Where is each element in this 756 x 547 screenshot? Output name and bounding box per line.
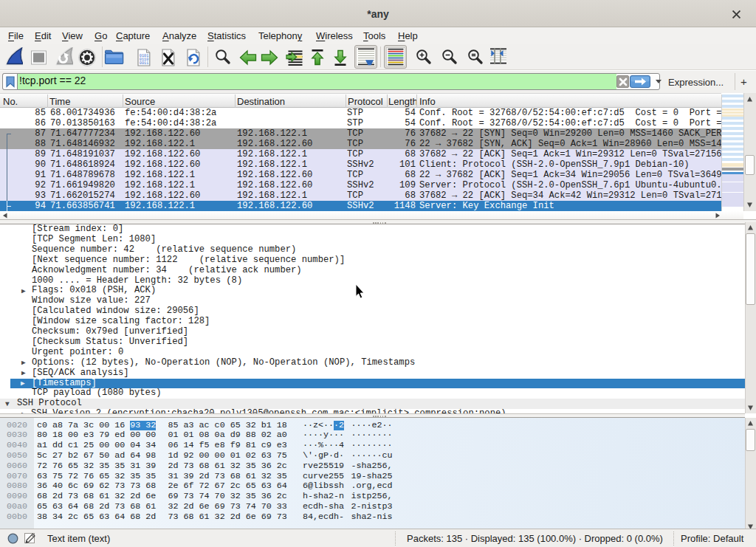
svg-text:0011: 0011: [140, 61, 148, 65]
